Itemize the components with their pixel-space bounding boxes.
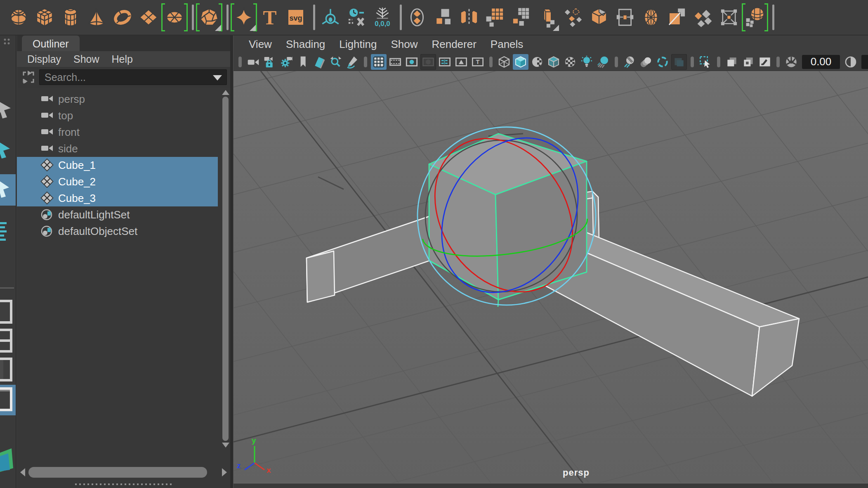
gate-mask-button[interactable] <box>420 54 436 70</box>
vertical-scroll-thumb[interactable] <box>222 97 229 441</box>
viewport-layer-a-button[interactable] <box>724 54 740 70</box>
film-gate-button[interactable] <box>387 54 403 70</box>
toolbar-drag-handle[interactable] <box>238 57 242 67</box>
select-camera-button[interactable] <box>245 54 261 70</box>
camera-attributes-button[interactable] <box>278 54 294 70</box>
wireframe-button[interactable] <box>496 54 512 70</box>
anti-aliasing-button[interactable] <box>655 54 670 70</box>
viewport-menu-show[interactable]: Show <box>384 38 425 51</box>
smooth-mesh-shelf-button[interactable] <box>743 3 767 32</box>
viewport-menu-renderer[interactable]: Renderer <box>425 38 483 51</box>
outliner-item-defaultLightSet[interactable]: defaultLightSet <box>17 206 218 223</box>
viewport-menu-shading[interactable]: Shading <box>279 38 332 51</box>
outliner-tab[interactable]: Outliner <box>22 36 80 51</box>
bookmarks-button[interactable] <box>295 54 311 70</box>
viewport-layer-b-button[interactable] <box>741 54 756 70</box>
scroll-right-arrow[interactable] <box>222 468 227 476</box>
viewport-menu-lighting[interactable]: Lighting <box>332 38 384 51</box>
type-text-shelf-button[interactable]: T <box>258 3 282 32</box>
platonic-solid-shelf-button[interactable] <box>197 3 221 32</box>
shade-textured-button[interactable] <box>529 54 545 70</box>
bevel-shelf-button[interactable] <box>587 3 611 32</box>
outliner-item-Cube_2[interactable]: Cube_2 <box>17 173 218 190</box>
safe-title-button[interactable]: T <box>470 54 486 70</box>
subdivide-shelf-button[interactable] <box>483 3 507 32</box>
select-tool-icon[interactable] <box>0 102 11 118</box>
textured-button[interactable] <box>562 54 578 70</box>
shadows-button[interactable] <box>595 54 611 70</box>
poly-cube-shelf-button[interactable] <box>33 3 57 32</box>
viewport-menu-view[interactable]: View <box>242 38 279 51</box>
grease-pencil-button[interactable] <box>344 54 360 70</box>
scroll-down-arrow[interactable] <box>222 443 229 448</box>
outliner-item-defaultObjectSet[interactable]: defaultObjectSet <box>17 223 218 239</box>
bridge-shelf-button[interactable] <box>561 3 585 32</box>
svg-tool-shelf-button[interactable]: svg <box>284 3 308 32</box>
paint-select-tool-icon[interactable] <box>0 222 7 241</box>
screen-space-ao-button[interactable] <box>622 54 637 70</box>
use-default-lighting-button[interactable] <box>579 54 594 70</box>
panel-resize-handle[interactable] <box>17 481 230 488</box>
scroll-up-arrow[interactable] <box>222 90 229 95</box>
outliner-item-Cube_1[interactable]: Cube_1 <box>17 157 218 173</box>
outliner-item-side[interactable]: side <box>17 140 218 157</box>
extrude-shelf-button[interactable] <box>535 3 559 32</box>
toolbar-drag-handle[interactable] <box>691 57 694 67</box>
toolbox-bottom-icon[interactable] <box>0 448 13 472</box>
wireframe-on-shaded-button[interactable] <box>546 54 561 70</box>
outliner-menu-show[interactable]: Show <box>67 53 106 65</box>
horizontal-scroll-thumb[interactable] <box>28 467 207 478</box>
contrast-field[interactable]: 1.00 <box>861 55 868 69</box>
super-shape-shelf-button[interactable] <box>232 3 256 32</box>
toolbar-drag-handle[interactable] <box>364 57 367 67</box>
toolbar-drag-handle[interactable] <box>489 57 493 67</box>
poly-disc-shelf-button[interactable] <box>163 3 186 32</box>
freeze-transform-shelf-button[interactable]: 0,0,0 <box>370 3 394 32</box>
lattice-shelf-button[interactable] <box>717 3 741 32</box>
resolution-gate-button[interactable] <box>404 54 420 70</box>
viewport-menu-panels[interactable]: Panels <box>484 38 531 51</box>
multi-cut-shelf-button[interactable] <box>613 3 637 32</box>
filter-icon[interactable] <box>20 69 37 85</box>
outliner-menu-help[interactable]: Help <box>106 53 139 65</box>
field-chart-button[interactable] <box>437 54 453 70</box>
delete-history-shelf-button[interactable] <box>344 3 368 32</box>
outliner-item-front[interactable]: front <box>17 124 218 140</box>
smooth-shade-button[interactable] <box>513 54 528 70</box>
search-dropdown-icon[interactable] <box>213 75 222 81</box>
outliner-item-top[interactable]: top <box>17 107 218 124</box>
quad-draw-shelf-button[interactable] <box>665 3 689 32</box>
sculpt-sphere-shelf-button[interactable] <box>639 3 663 32</box>
toolbar-drag-handle[interactable] <box>615 57 618 67</box>
snapshot-button[interactable] <box>757 54 773 70</box>
outliner-item-Cube_3[interactable]: Cube_3 <box>17 190 218 206</box>
smooth-proxy-shelf-button[interactable] <box>509 3 533 32</box>
poly-torus-shelf-button[interactable] <box>111 3 134 32</box>
panel-splitter[interactable] <box>230 36 233 488</box>
pan-zoom-button[interactable] <box>328 54 344 70</box>
outliner-item-persp[interactable]: persp <box>17 91 218 107</box>
depth-peeling-button[interactable] <box>671 54 687 70</box>
shatter-shelf-button[interactable] <box>691 3 715 32</box>
poly-plane-shelf-button[interactable] <box>137 3 160 32</box>
outliner-menu-display[interactable]: Display <box>21 53 67 65</box>
boolean-shelf-button[interactable] <box>431 3 455 32</box>
mirror-shelf-button[interactable] <box>457 3 481 32</box>
grid-button[interactable] <box>371 54 387 70</box>
lasso-tool-icon[interactable] <box>0 142 10 159</box>
layout-three-panes-button[interactable] <box>0 358 12 381</box>
lock-camera-button[interactable] <box>262 54 278 70</box>
poly-cone-shelf-button[interactable] <box>85 3 108 32</box>
motion-blur-button[interactable] <box>638 54 654 70</box>
safe-action-button[interactable] <box>453 54 469 70</box>
layout-two-panes-button[interactable] <box>0 329 12 353</box>
isolate-select-button[interactable] <box>698 54 713 70</box>
joint-tool-shelf-button[interactable] <box>318 3 342 32</box>
poly-cylinder-shelf-button[interactable] <box>59 3 83 32</box>
scroll-left-arrow[interactable] <box>20 468 25 476</box>
toolbar-drag-handle[interactable] <box>776 57 780 67</box>
layout-four-panes-button[interactable] <box>0 387 12 411</box>
viewport-canvas[interactable]: y z x persp <box>234 71 868 483</box>
image-plane-button[interactable] <box>311 54 327 70</box>
exposure-field[interactable]: 0.00 <box>802 55 840 69</box>
